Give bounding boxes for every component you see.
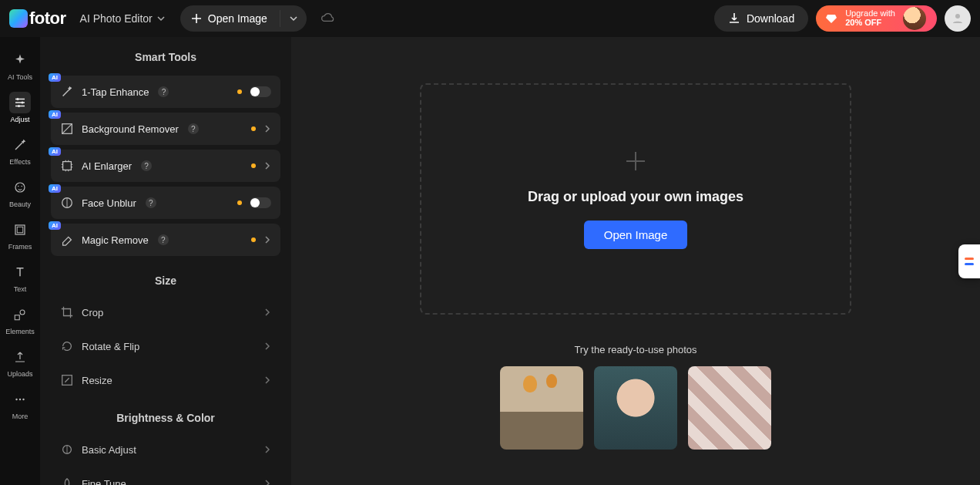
tool-toggle[interactable] — [250, 86, 271, 97]
tool-ai-enlarger[interactable]: AI AI Enlarger ? — [51, 150, 280, 182]
tool-rotate-flip[interactable]: Rotate & Flip — [51, 330, 280, 362]
dropzone-text: Drag or upload your own images — [528, 189, 743, 205]
tool-label: Rotate & Flip — [82, 341, 139, 352]
help-icon[interactable]: ? — [158, 234, 169, 245]
cloud-sync-icon[interactable] — [321, 11, 336, 26]
resize-icon — [60, 373, 74, 387]
chevron-right-icon — [263, 162, 271, 170]
section-title-size: Size — [40, 261, 291, 295]
face-unblur-icon — [60, 196, 74, 210]
rail-item-adjust[interactable]: Adjust — [0, 86, 40, 128]
credit-dot-icon — [251, 237, 256, 242]
ai-badge: AI — [49, 147, 61, 156]
sample-image-3[interactable] — [688, 366, 771, 450]
section-title-smart-tools: Smart Tools — [40, 37, 291, 71]
svg-point-12 — [19, 399, 21, 400]
tool-background-remover[interactable]: AI Background Remover ? — [51, 113, 280, 145]
image-dropzone[interactable]: Drag or upload your own images Open Imag… — [420, 83, 851, 315]
svg-rect-8 — [17, 227, 23, 233]
rail-item-beauty[interactable]: Beauty — [0, 170, 40, 213]
rotate-icon — [60, 339, 74, 353]
ai-badge: AI — [49, 110, 61, 119]
rail-item-label: Frames — [8, 243, 32, 251]
adjust-icon — [60, 443, 74, 456]
chevron-right-icon — [263, 376, 271, 384]
help-icon[interactable]: ? — [146, 197, 156, 208]
face-icon — [13, 180, 27, 194]
adjust-panel: Smart Tools AI 1-Tap Enhance ? AI Backgr… — [40, 37, 291, 485]
rail-item-text[interactable]: Text — [0, 255, 40, 298]
upgrade-button[interactable]: Upgrade with 20% OFF — [816, 5, 937, 32]
brand-logo[interactable]: fotor — [9, 8, 66, 29]
open-image-primary-button[interactable]: Open Image — [584, 221, 688, 249]
chevron-right-icon — [263, 342, 271, 350]
ai-badge: AI — [49, 73, 61, 82]
tool-magic-remove[interactable]: AI Magic Remove ? — [51, 224, 280, 256]
open-image-button[interactable]: Open Image — [180, 12, 280, 25]
svg-point-11 — [15, 399, 17, 400]
chevron-down-icon — [157, 15, 165, 22]
rail-item-label: Text — [14, 285, 27, 293]
tool-crop[interactable]: Crop — [51, 296, 280, 328]
help-icon[interactable]: ? — [141, 160, 152, 171]
credit-dot-icon — [237, 200, 242, 205]
user-icon — [951, 12, 965, 25]
left-rail: AI Tools Adjust Effects Beauty Frames Te… — [0, 37, 40, 485]
rail-item-label: Elements — [5, 328, 35, 335]
tool-basic-adjust[interactable]: Basic Adjust — [51, 433, 280, 466]
rail-item-label: Adjust — [10, 116, 29, 123]
user-avatar-button[interactable] — [945, 5, 971, 32]
sample-images-row — [500, 366, 771, 450]
tool-resize[interactable]: Resize — [51, 364, 280, 396]
rail-item-elements[interactable]: Elements — [0, 298, 40, 340]
sample-image-1[interactable] — [500, 366, 583, 450]
rail-item-label: Effects — [9, 158, 30, 166]
fine-tune-icon — [60, 477, 74, 485]
tool-label: Fine Tune — [82, 478, 126, 486]
editor-mode-dropdown[interactable]: AI Photo Editor — [80, 12, 165, 25]
svg-point-3 — [18, 105, 20, 107]
rail-item-frames[interactable]: Frames — [0, 213, 40, 255]
tool-1tap-enhance[interactable]: AI 1-Tap Enhance ? — [51, 76, 280, 108]
upload-icon — [13, 350, 27, 364]
svg-point-13 — [22, 399, 24, 400]
help-icon[interactable]: ? — [158, 86, 169, 97]
rail-item-ai-tools[interactable]: AI Tools — [0, 43, 40, 86]
download-label: Download — [747, 12, 794, 25]
tool-face-unblur[interactable]: AI Face Unblur ? — [51, 187, 280, 219]
sample-image-2[interactable] — [594, 366, 677, 450]
open-image-label: Open Image — [208, 12, 267, 25]
chevron-right-icon — [263, 480, 271, 485]
enlarge-icon — [60, 159, 74, 173]
rail-item-more[interactable]: More — [0, 382, 40, 425]
rail-item-label: AI Tools — [8, 73, 32, 81]
tool-toggle[interactable] — [250, 197, 271, 208]
tool-label: Basic Adjust — [82, 444, 136, 456]
rail-item-label: Uploads — [7, 370, 32, 378]
brand-name: fotor — [29, 8, 66, 29]
wand-icon — [13, 138, 27, 152]
svg-point-2 — [22, 102, 24, 104]
rail-item-effects[interactable]: Effects — [0, 128, 40, 170]
tool-label: 1-Tap Enhance — [82, 86, 149, 98]
right-drawer-handle[interactable] — [958, 244, 980, 278]
svg-rect-9 — [15, 315, 19, 320]
open-image-caret-button[interactable] — [280, 12, 307, 25]
brand-mark-icon — [9, 9, 28, 28]
chevron-down-icon — [290, 15, 297, 22]
try-samples-text: Try the ready-to-use photos — [574, 344, 696, 355]
help-icon[interactable]: ? — [188, 123, 199, 134]
credit-dot-icon — [251, 163, 256, 168]
rail-item-label: More — [12, 413, 29, 420]
tool-label: Background Remover — [82, 123, 179, 135]
download-button[interactable]: Download — [714, 5, 808, 32]
tool-label: Crop — [82, 307, 103, 318]
upgrade-line2: 20% OFF — [845, 19, 895, 28]
upgrade-text: Upgrade with 20% OFF — [845, 9, 895, 27]
tool-fine-tune[interactable]: Fine Tune — [51, 467, 280, 485]
more-icon — [13, 392, 27, 406]
svg-point-6 — [22, 186, 23, 187]
svg-point-10 — [20, 310, 25, 315]
rail-item-uploads[interactable]: Uploads — [0, 340, 40, 382]
svg-point-4 — [15, 183, 25, 192]
